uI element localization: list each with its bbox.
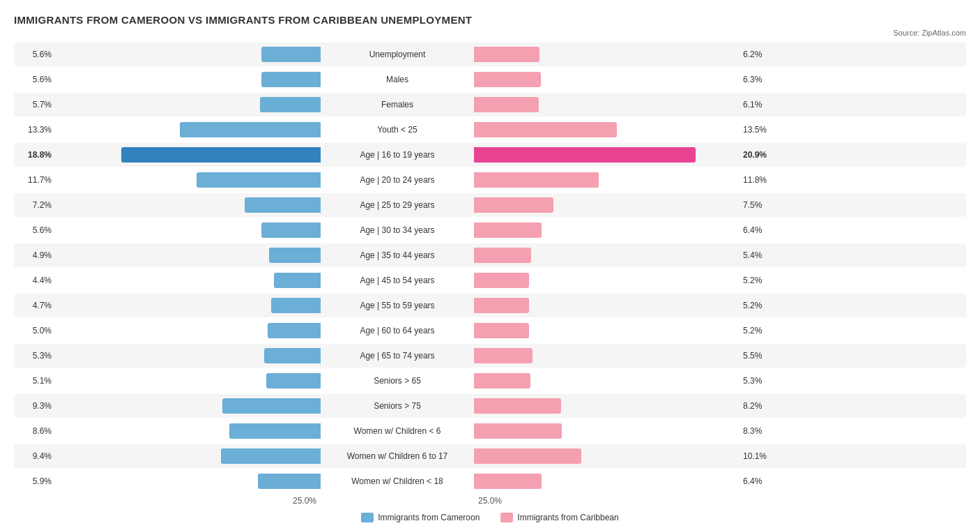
right-bar-age-30-34 [474, 222, 542, 238]
left-bar-seniors-65 [266, 373, 321, 389]
legend-label-blue: Immigrants from Cameroon [378, 513, 480, 522]
left-bar-females [260, 97, 321, 112]
right-bar-age-55-59 [474, 298, 529, 313]
right-value-unemployment: 6.2% [739, 50, 781, 59]
legend-item-pink: Immigrants from Caribbean [500, 513, 618, 522]
right-value-age-16-19: 20.9% [739, 150, 781, 160]
right-bar-area-women-children-6 [474, 423, 739, 439]
left-bar-area-age-35-44 [56, 248, 321, 263]
left-bar-age-55-59 [271, 298, 321, 313]
right-value-age-20-24: 11.8% [739, 175, 781, 185]
left-bar-area-males [56, 72, 321, 87]
left-bar-area-age-55-59 [56, 298, 321, 313]
legend: Immigrants from Cameroon Immigrants from… [14, 513, 966, 522]
left-value-females: 5.7% [14, 100, 56, 110]
left-bar-area-unemployment [56, 47, 321, 62]
row-label-age-60-64: Age | 60 to 64 years [321, 326, 474, 335]
left-value-age-60-64: 5.0% [14, 326, 56, 335]
right-value-women-children-617: 10.1% [739, 451, 781, 461]
left-value-youth-25: 13.3% [14, 125, 56, 135]
left-bar-age-30-34 [261, 222, 321, 238]
left-value-age-55-59: 4.7% [14, 301, 56, 310]
right-value-youth-25: 13.5% [739, 125, 781, 135]
left-bar-area-women-children-617 [56, 448, 321, 464]
row-label-unemployment: Unemployment [321, 50, 474, 59]
left-bar-age-35-44 [269, 248, 321, 263]
chart-title: IMMIGRANTS FROM CAMEROON VS IMMIGRANTS F… [14, 14, 966, 26]
left-bar-age-16-19 [121, 147, 321, 163]
chart-row-age-20-24: 11.7% Age | 20 to 24 years 11.8% [14, 168, 966, 192]
left-bar-age-25-29 [245, 197, 321, 213]
legend-label-pink: Immigrants from Caribbean [517, 513, 618, 522]
left-bar-area-age-25-29 [56, 197, 321, 213]
right-bar-women-children-18 [474, 474, 542, 489]
right-value-age-60-64: 5.2% [739, 326, 781, 335]
right-bar-age-65-74 [474, 348, 533, 363]
left-bar-area-age-16-19 [56, 147, 321, 163]
chart-row-women-children-6: 8.6% Women w/ Children < 6 8.3% [14, 419, 966, 443]
right-bar-area-women-children-617 [474, 448, 739, 464]
left-value-age-65-74: 5.3% [14, 351, 56, 361]
left-bar-age-20-24 [197, 172, 321, 188]
row-label-women-children-6: Women w/ Children < 6 [321, 426, 474, 436]
left-bar-age-60-64 [268, 323, 321, 338]
right-bar-area-age-25-29 [474, 197, 739, 213]
left-bar-area-age-20-24 [56, 172, 321, 188]
row-label-age-20-24: Age | 20 to 24 years [321, 175, 474, 185]
left-bar-area-women-children-6 [56, 423, 321, 439]
right-bar-women-children-617 [474, 448, 581, 464]
right-bar-males [474, 72, 541, 87]
right-value-women-children-6: 8.3% [739, 426, 781, 436]
left-value-women-children-617: 9.4% [14, 451, 56, 461]
legend-color-blue [361, 513, 374, 522]
left-value-age-45-54: 4.4% [14, 276, 56, 285]
right-value-age-65-74: 5.5% [739, 351, 781, 361]
chart-area: 5.6% Unemployment 6.2% 5.6% Males 6.3% 5… [14, 43, 966, 493]
chart-row-age-65-74: 5.3% Age | 65 to 74 years 5.5% [14, 344, 966, 368]
left-bar-women-children-6 [229, 423, 321, 439]
right-bar-seniors-65 [474, 373, 530, 389]
row-label-males: Males [321, 75, 474, 84]
right-bar-area-females [474, 97, 739, 112]
legend-color-pink [500, 513, 513, 522]
chart-row-age-35-44: 4.9% Age | 35 to 44 years 5.4% [14, 243, 966, 267]
chart-row-age-30-34: 5.6% Age | 30 to 34 years 6.4% [14, 218, 966, 242]
right-bar-area-age-60-64 [474, 323, 739, 338]
right-bar-age-25-29 [474, 197, 553, 213]
row-label-women-children-18: Women w/ Children < 18 [321, 476, 474, 486]
left-bar-area-age-45-54 [56, 273, 321, 288]
left-value-age-30-34: 5.6% [14, 225, 56, 235]
right-value-age-45-54: 5.2% [739, 276, 781, 285]
row-label-seniors-75: Seniors > 75 [321, 401, 474, 411]
right-value-age-30-34: 6.4% [739, 225, 781, 235]
row-label-seniors-65: Seniors > 65 [321, 376, 474, 386]
right-bar-women-children-6 [474, 423, 562, 439]
right-bar-area-seniors-75 [474, 398, 739, 414]
chart-row-females: 5.7% Females 6.1% [14, 93, 966, 116]
left-value-males: 5.6% [14, 75, 56, 84]
right-value-seniors-65: 5.3% [739, 376, 781, 386]
chart-row-age-25-29: 7.2% Age | 25 to 29 years 7.5% [14, 193, 966, 217]
right-bar-females [474, 97, 539, 112]
right-bar-seniors-75 [474, 398, 561, 414]
left-bar-youth-25 [180, 122, 321, 137]
left-value-unemployment: 5.6% [14, 50, 56, 59]
right-value-seniors-75: 8.2% [739, 401, 781, 411]
legend-item-blue: Immigrants from Cameroon [361, 513, 480, 522]
right-bar-age-20-24 [474, 172, 599, 188]
right-bar-age-60-64 [474, 323, 529, 338]
right-bar-area-males [474, 72, 739, 87]
row-label-youth-25: Youth < 25 [321, 125, 474, 135]
right-bar-area-age-65-74 [474, 348, 739, 363]
left-value-women-children-6: 8.6% [14, 426, 56, 436]
left-bar-age-45-54 [274, 273, 321, 288]
chart-row-age-16-19: 18.8% Age | 16 to 19 years 20.9% [14, 143, 966, 167]
left-value-women-children-18: 5.9% [14, 476, 56, 486]
left-value-age-16-19: 18.8% [14, 150, 56, 160]
right-bar-age-45-54 [474, 273, 529, 288]
right-bar-area-age-16-19 [474, 147, 739, 163]
chart-row-women-children-18: 5.9% Women w/ Children < 18 6.4% [14, 469, 966, 493]
right-bar-area-age-35-44 [474, 248, 739, 263]
axis-row: 25.0% 25.0% [14, 496, 966, 506]
row-label-age-35-44: Age | 35 to 44 years [321, 250, 474, 260]
